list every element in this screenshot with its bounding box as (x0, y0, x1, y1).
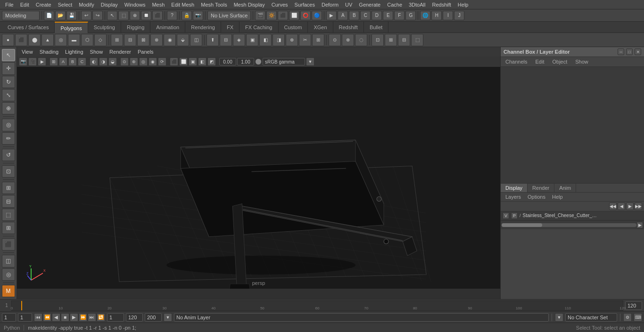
layer-render-tab[interactable]: Render (528, 184, 554, 192)
select-btn[interactable]: ↖ (107, 11, 117, 20)
icon-f-btn[interactable]: F (394, 11, 405, 20)
multi-btn[interactable]: ⬛ (152, 11, 163, 20)
tab-redshift[interactable]: Redshift (333, 22, 364, 33)
snap-btn[interactable]: 🔲 (141, 11, 151, 20)
loop-btn[interactable]: 🔁 (97, 313, 105, 322)
live-surface-btn[interactable]: No Live Surface (207, 11, 251, 20)
layer-fwd-btn[interactable]: ▶ (626, 202, 634, 210)
icon-g-btn[interactable]: G (405, 11, 416, 20)
stop-btn[interactable]: ■ (61, 313, 69, 322)
snap-pt-btn[interactable]: ⬚ (2, 209, 15, 221)
vp-icon-o[interactable]: ◧ (198, 57, 206, 66)
shelf-sphere[interactable]: ● (2, 34, 14, 46)
icon-e-btn[interactable]: E (383, 11, 393, 20)
vp-icon-g[interactable]: ⊙ (120, 57, 129, 66)
char-set-arrow[interactable]: ▼ (555, 313, 563, 322)
transform-btn[interactable]: ⊕ (130, 11, 140, 20)
icon-i-btn[interactable]: I (443, 11, 453, 20)
cb-maximize-btn[interactable]: □ (626, 49, 633, 55)
char-set-field[interactable]: No Character Set (565, 313, 617, 322)
step-back-btn[interactable]: ⏪ (43, 313, 51, 322)
shelf-platonic[interactable]: ◇ (94, 34, 107, 46)
shelf-bevel[interactable]: ◈ (233, 34, 245, 46)
xray-btn[interactable]: ◫ (2, 255, 15, 267)
go-start-btn[interactable]: ⏮ (34, 313, 42, 322)
cb-minimize-btn[interactable]: ─ (618, 49, 624, 55)
vp-icon-a[interactable]: A (59, 57, 67, 66)
vp-icon-n[interactable]: ▣ (189, 57, 197, 66)
vp-gamma-arrow[interactable]: ▼ (306, 57, 314, 66)
soft-mod-btn[interactable]: ◎ (2, 119, 15, 131)
anim-layer-field[interactable]: No Anim Layer (174, 313, 549, 322)
isolate-btn[interactable]: ◎ (2, 268, 15, 281)
menu-file[interactable]: File (2, 0, 17, 9)
shelf-fill-hole[interactable]: ◫ (190, 34, 202, 46)
menu-cache[interactable]: Cache (384, 0, 405, 9)
icon-a-btn[interactable]: A (338, 11, 348, 20)
open-scene-btn[interactable]: 📂 (55, 11, 66, 20)
vp-icon-p[interactable]: ◩ (207, 57, 216, 66)
shelf-icon-b[interactable]: ⊞ (385, 34, 397, 46)
redo-btn[interactable]: ↪ (92, 11, 103, 20)
render6-btn[interactable]: 🔵 (312, 11, 322, 20)
viewport-3d[interactable]: View Shading Lighting Show Renderer Pane… (17, 47, 500, 299)
snap-curve-btn[interactable]: ⊟ (2, 195, 15, 207)
vp-icon-d[interactable]: ◐ (90, 57, 98, 66)
shelf-cone[interactable]: ▲ (41, 34, 54, 46)
shelf-icon-d[interactable]: ⬚ (411, 34, 423, 46)
icon-d-btn[interactable]: D (372, 11, 382, 20)
icon-c-btn[interactable]: C (360, 11, 371, 20)
shelf-combine[interactable]: ⊞ (111, 34, 123, 46)
shelf-disk[interactable]: ⬡ (81, 34, 93, 46)
world-btn[interactable]: 🌐 (420, 11, 430, 20)
vp-icon-e[interactable]: ◑ (99, 57, 107, 66)
anim-layer-arrow[interactable]: ▼ (164, 313, 172, 322)
workspace-dropdown[interactable]: Modeling (2, 11, 40, 20)
save-scene-btn[interactable]: 💾 (66, 11, 77, 20)
shelf-icon-c[interactable]: ⊟ (398, 34, 410, 46)
shelf-extract[interactable]: ⊠ (137, 34, 149, 46)
kb-btn[interactable]: ⌨ (634, 313, 642, 322)
layer-row[interactable]: V P / Stainless_Steel_Cheese_Cutter_002_… (501, 211, 644, 220)
vp-icon-l[interactable]: ⬛ (170, 57, 178, 66)
render2-btn[interactable]: 🔆 (266, 11, 277, 20)
tab-fx-caching[interactable]: FX Caching (239, 22, 278, 33)
select-tool-btn[interactable]: ↖ (2, 49, 15, 61)
vp-icon-m[interactable]: ⬜ (179, 57, 188, 66)
anim-end-field[interactable]: 120 (126, 313, 143, 322)
vp-cam2-btn[interactable]: 🎥 (28, 57, 37, 66)
layer-playback-btn[interactable]: P (511, 212, 518, 219)
menu-curves[interactable]: Curves (268, 0, 291, 9)
universal-manip-btn[interactable]: ⊕ (2, 102, 15, 114)
menu-mesh-tools[interactable]: Mesh Tools (198, 0, 230, 9)
move-tool-btn[interactable]: ✛ (2, 62, 15, 74)
xform-btn[interactable]: ▶ (326, 11, 337, 20)
vp-icon-b[interactable]: B (68, 57, 77, 66)
menu-mesh-display[interactable]: Mesh Display (231, 0, 268, 9)
menu-help[interactable]: Help (454, 0, 472, 9)
tab-xgen[interactable]: XGen (308, 22, 333, 33)
new-scene-btn[interactable]: 📄 (44, 11, 54, 20)
render3-btn[interactable]: ⬛ (278, 11, 288, 20)
shelf-extrude[interactable]: ⬆ (206, 34, 219, 46)
shelf-weld[interactable]: ⊗ (342, 34, 354, 46)
undo-btn[interactable]: ↩ (81, 11, 91, 20)
tab-rigging[interactable]: Rigging (121, 22, 150, 33)
menu-windows[interactable]: Windows (121, 0, 149, 9)
vp-zoom-input[interactable] (219, 58, 236, 65)
timeline-ruler[interactable]: 0 10 20 30 40 50 60 70 80 90 100 110 120 (11, 300, 623, 311)
shelf-bridge[interactable]: ⊟ (220, 34, 232, 46)
vp-icon-f[interactable]: ◒ (108, 57, 117, 66)
shelf-relax[interactable]: ◌ (355, 34, 367, 46)
scale-tool-btn[interactable]: ⤡ (2, 89, 15, 101)
tab-rendering[interactable]: Rendering (185, 22, 221, 33)
cb-tab-show[interactable]: Show (571, 58, 592, 65)
layer-prev-btn[interactable]: ◀◀ (609, 202, 617, 210)
shelf-offset-loop[interactable]: ◧ (259, 34, 272, 46)
step-fwd-btn[interactable]: ⏩ (79, 313, 87, 322)
vp-menu-show[interactable]: Show (87, 47, 106, 57)
layer-layers-tab[interactable]: Layers (503, 194, 524, 200)
tab-fx[interactable]: FX (221, 22, 239, 33)
icon-j-btn[interactable]: J (454, 11, 464, 20)
shelf-connect[interactable]: ⊞ (312, 34, 324, 46)
